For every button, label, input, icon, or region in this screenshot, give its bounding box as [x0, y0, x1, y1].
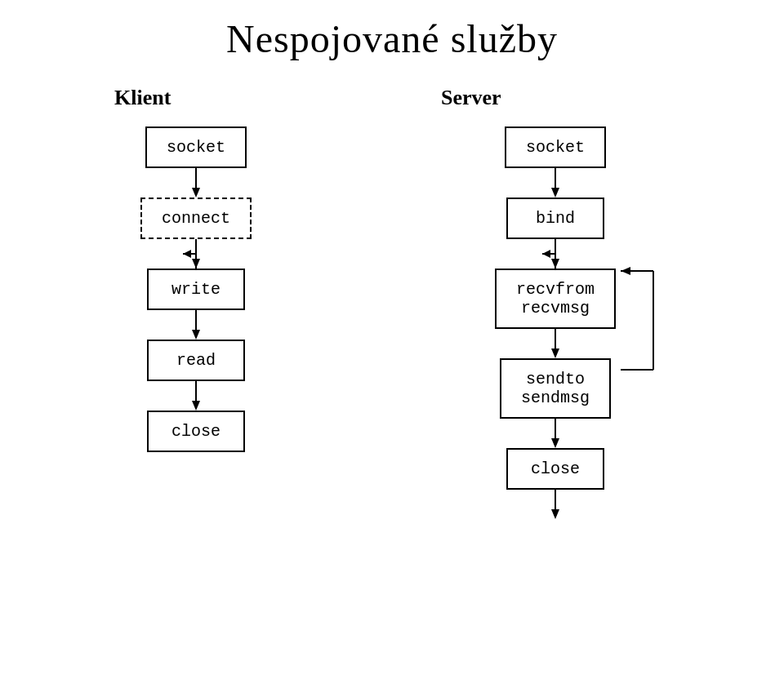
- diagram-wrapper: Klient socket connect: [0, 86, 784, 519]
- svg-marker-21: [551, 509, 559, 519]
- client-arrow-4: [188, 381, 204, 411]
- client-arrow-1: [188, 168, 204, 198]
- svg-marker-15: [542, 250, 550, 258]
- page-title: Nespojované služby: [0, 0, 784, 86]
- client-write-box: write: [147, 269, 245, 310]
- client-arrow-3: [188, 310, 204, 340]
- svg-marker-9: [192, 401, 200, 411]
- server-bind-box: bind: [506, 198, 604, 239]
- client-read-box: read: [147, 340, 245, 381]
- server-close-box: close: [506, 448, 604, 490]
- client-close-box: close: [147, 411, 245, 452]
- client-socket-box: socket: [145, 127, 247, 168]
- svg-marker-1: [192, 188, 200, 198]
- svg-marker-13: [551, 259, 559, 269]
- server-arrow-2: [539, 239, 572, 269]
- svg-marker-11: [551, 188, 559, 198]
- client-column: Klient socket connect: [106, 86, 286, 452]
- svg-marker-5: [183, 250, 191, 258]
- svg-marker-3: [192, 259, 200, 269]
- server-arrow-1: [547, 168, 564, 198]
- server-column: Server socket bind recvfromrecvmsg: [433, 86, 678, 519]
- server-sendto-box: sendtosendmsg: [500, 358, 611, 419]
- server-arrow-5: [547, 490, 564, 519]
- svg-marker-19: [551, 438, 559, 448]
- client-connect-box: connect: [140, 198, 252, 239]
- client-arrow-2: [180, 239, 212, 269]
- diagram-container: Klient socket connect: [0, 86, 784, 519]
- server-recvfrom-box: recvfromrecvmsg: [495, 269, 616, 329]
- svg-marker-25: [621, 267, 630, 275]
- client-heading: Klient: [114, 86, 171, 110]
- server-heading: Server: [441, 86, 501, 110]
- svg-marker-17: [551, 348, 559, 358]
- server-socket-box: socket: [505, 127, 606, 168]
- server-arrow-4: [547, 419, 564, 448]
- server-arrow-3: [547, 329, 564, 358]
- svg-marker-7: [192, 330, 200, 340]
